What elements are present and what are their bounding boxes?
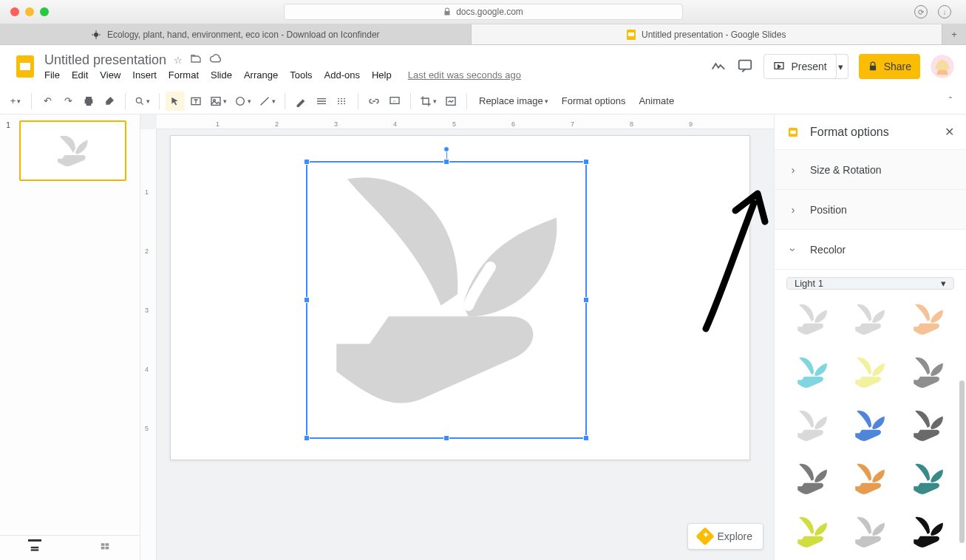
slide-canvas[interactable] — [170, 135, 750, 460]
resize-handle-ne[interactable] — [583, 159, 589, 165]
border-weight-button[interactable] — [312, 92, 331, 111]
svg-rect-21 — [790, 130, 796, 134]
recolor-dropdown[interactable]: Light 1 ▾ — [786, 277, 954, 290]
share-button[interactable]: Share — [859, 54, 920, 79]
recolor-swatch[interactable] — [786, 297, 838, 344]
explore-button[interactable]: Explore — [687, 523, 763, 550]
document-title[interactable]: Untitled presentation — [44, 52, 166, 68]
recolor-swatch[interactable] — [786, 350, 838, 397]
plant-hand-icon — [307, 163, 585, 437]
print-button[interactable] — [79, 92, 98, 111]
menu-tools[interactable]: Tools — [290, 69, 312, 81]
recolor-body: Light 1 ▾ — [775, 270, 966, 560]
slides-logo-icon[interactable] — [12, 53, 38, 80]
browser-tab-slides[interactable]: Untitled presentation - Google Slides — [472, 24, 943, 44]
recolor-swatch[interactable] — [902, 350, 954, 397]
undo-button[interactable]: ↶ — [38, 92, 57, 111]
panel-scrollbar[interactable] — [959, 270, 965, 560]
last-edit-text[interactable]: Last edit was seconds ago — [408, 69, 521, 81]
menu-file[interactable]: File — [44, 69, 60, 81]
section-recolor[interactable]: › Recolor — [775, 230, 966, 270]
reset-image-button[interactable] — [441, 92, 460, 111]
recolor-swatch[interactable] — [844, 510, 896, 557]
image-tool[interactable] — [207, 92, 230, 111]
recolor-swatch[interactable] — [786, 510, 838, 557]
reload-icon[interactable]: ⟳ — [914, 5, 928, 18]
menu-insert[interactable]: Insert — [132, 69, 157, 81]
recolor-swatch[interactable] — [786, 457, 838, 504]
recolor-swatch[interactable] — [844, 350, 896, 397]
zoom-button[interactable] — [132, 92, 153, 111]
minimize-window-icon[interactable] — [25, 7, 34, 16]
slide-thumb-1[interactable]: 1 — [6, 120, 134, 181]
menu-view[interactable]: View — [100, 69, 120, 81]
recolor-swatch[interactable] — [844, 297, 896, 344]
menu-arrange[interactable]: Arrange — [244, 69, 278, 81]
collapse-toolbar-button[interactable]: ˆ — [941, 92, 960, 111]
section-position[interactable]: › Position — [775, 190, 966, 230]
recolor-swatch[interactable] — [844, 403, 896, 451]
filmstrip-view-switch — [0, 535, 140, 560]
canvas-area[interactable]: 1 2 3 4 5 6 7 8 9 1 2 3 4 5 — [140, 115, 774, 560]
chevron-down-icon: ▾ — [941, 278, 946, 289]
comment-button[interactable] — [385, 92, 404, 111]
present-button[interactable]: Present — [763, 54, 836, 79]
textbox-tool[interactable] — [186, 92, 205, 111]
recolor-swatch[interactable] — [902, 457, 954, 504]
star-icon[interactable]: ☆ — [174, 55, 183, 66]
comments-icon[interactable] — [737, 58, 753, 76]
recolor-swatch[interactable] — [844, 457, 896, 504]
crop-button[interactable] — [417, 92, 440, 111]
border-dash-button[interactable] — [333, 92, 352, 111]
traffic-lights — [0, 7, 49, 16]
resize-handle-se[interactable] — [583, 435, 589, 441]
shape-tool[interactable] — [231, 92, 254, 111]
menu-slide[interactable]: Slide — [211, 69, 232, 81]
resize-handle-sw[interactable] — [304, 435, 310, 441]
resize-handle-nw[interactable] — [304, 159, 310, 165]
recolor-swatch[interactable] — [902, 297, 954, 344]
activity-icon[interactable] — [710, 58, 727, 76]
iconfinder-favicon-icon — [91, 30, 101, 40]
new-tab-button[interactable]: + — [942, 24, 966, 44]
address-bar[interactable]: docs.google.com — [284, 4, 683, 20]
line-tool[interactable] — [256, 92, 279, 111]
section-size-rotation[interactable]: › Size & Rotation — [775, 150, 966, 190]
cloud-status-icon[interactable] — [209, 52, 222, 68]
resize-handle-e[interactable] — [583, 297, 589, 303]
grid-view-icon[interactable] — [98, 542, 112, 554]
animate-button[interactable]: Animate — [633, 92, 680, 111]
select-tool[interactable] — [166, 92, 185, 111]
redo-button[interactable]: ↷ — [58, 92, 78, 111]
selected-image[interactable] — [306, 161, 587, 439]
panel-header: Format options ✕ — [775, 115, 966, 150]
user-avatar[interactable] — [931, 55, 954, 78]
border-color-button[interactable] — [291, 92, 310, 111]
resize-handle-w[interactable] — [304, 297, 310, 303]
close-window-icon[interactable] — [10, 7, 19, 16]
paint-format-button[interactable] — [100, 92, 119, 111]
recolor-swatch[interactable] — [902, 403, 954, 451]
link-button[interactable] — [364, 92, 384, 111]
download-icon[interactable]: ↓ — [938, 5, 951, 18]
rotate-handle[interactable] — [443, 146, 449, 152]
filmstrip-view-icon[interactable] — [28, 539, 41, 557]
menu-format[interactable]: Format — [169, 69, 199, 81]
present-dropdown[interactable]: ▾ — [834, 54, 848, 79]
browser-tab-iconfinder[interactable]: Ecology, plant, hand, environment, eco i… — [0, 24, 472, 44]
close-panel-button[interactable]: ✕ — [945, 125, 954, 139]
resize-handle-s[interactable] — [443, 435, 449, 441]
menu-edit[interactable]: Edit — [72, 69, 88, 81]
url-text: docs.google.com — [456, 7, 523, 17]
format-options-button[interactable]: Format options — [556, 92, 632, 111]
new-slide-button[interactable]: + — [6, 92, 25, 111]
recolor-swatch[interactable] — [902, 510, 954, 557]
replace-image-button[interactable]: Replace image — [473, 92, 554, 111]
menu-addons[interactable]: Add-ons — [324, 69, 360, 81]
maximize-window-icon[interactable] — [40, 7, 49, 16]
resize-handle-n[interactable] — [443, 159, 449, 165]
plant-swatch-icon — [907, 301, 950, 340]
move-icon[interactable] — [190, 53, 202, 67]
recolor-swatch[interactable] — [786, 403, 838, 451]
menu-help[interactable]: Help — [372, 69, 392, 81]
